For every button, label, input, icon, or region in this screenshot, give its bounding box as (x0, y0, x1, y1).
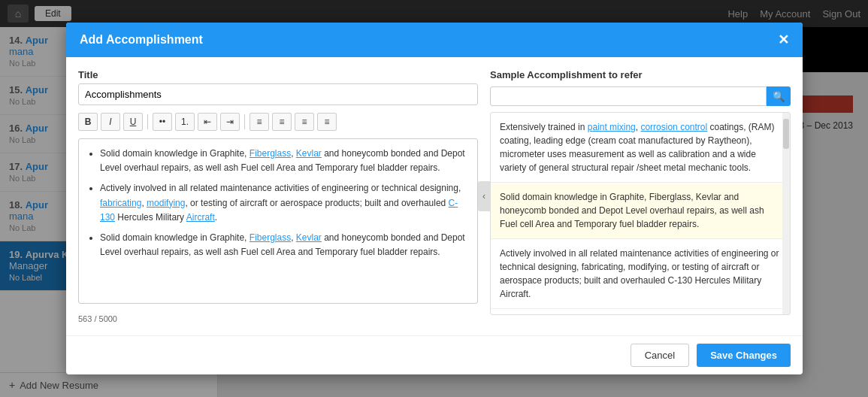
align-right-button[interactable]: ≡ (295, 113, 314, 131)
sample-item-1[interactable]: Extensively trained in paint mixing, cor… (491, 113, 790, 183)
search-icon: 🔍 (773, 91, 785, 102)
modal-left-panel: Title B I U •• 1. ⇤ ⇥ ≡ ≡ ≡ ≡ (78, 69, 478, 323)
sample-item-3[interactable]: Actively involved in all related mainten… (491, 239, 790, 309)
modal-footer: Cancel Save Changes (66, 335, 803, 374)
sample-search-wrap: 🔍 (490, 86, 791, 106)
underline-button[interactable]: U (123, 113, 143, 131)
sample-item-4[interactable]: Designed and implemented a system suppor… (491, 309, 790, 315)
cancel-button[interactable]: Cancel (631, 344, 689, 367)
modal-title: Add Accomplishment (80, 33, 203, 47)
numbered-list-button[interactable]: 1. (175, 113, 195, 131)
title-field-group: Title (78, 69, 478, 105)
modal-header: Add Accomplishment ✕ (66, 23, 803, 57)
sample-search-input[interactable] (490, 86, 767, 106)
sample-header: Sample Accomplishment to refer (490, 69, 791, 80)
modal-body: Title B I U •• 1. ⇤ ⇥ ≡ ≡ ≡ ≡ (66, 57, 803, 335)
add-accomplishment-modal: Add Accomplishment ✕ Title B I U •• 1. ⇤… (66, 23, 803, 374)
save-button[interactable]: Save Changes (697, 344, 791, 367)
title-field-label: Title (78, 69, 478, 80)
align-left-button[interactable]: ≡ (250, 113, 269, 131)
scrollbar-track[interactable] (782, 113, 790, 314)
indent-button[interactable]: ⇥ (220, 113, 240, 131)
bullet-list-button[interactable]: •• (153, 113, 172, 131)
editor-area[interactable]: Solid domain knowledge in Graphite, Fibe… (78, 138, 478, 304)
toolbar-sep-2 (244, 114, 245, 129)
char-count: 563 / 5000 (78, 314, 478, 323)
toolbar-sep-1 (147, 114, 148, 129)
align-center-button[interactable]: ≡ (272, 113, 292, 131)
outdent-button[interactable]: ⇤ (198, 113, 217, 131)
bold-button[interactable]: B (78, 113, 98, 131)
sample-list[interactable]: Extensively trained in paint mixing, cor… (490, 112, 791, 315)
title-input[interactable] (78, 83, 478, 105)
sample-item-2[interactable]: Solid domain knowledge in Graphite, Fibe… (491, 183, 790, 239)
modal-close-button[interactable]: ✕ (778, 32, 789, 48)
italic-button[interactable]: I (101, 113, 120, 131)
align-justify-button[interactable]: ≡ (317, 113, 337, 131)
sample-search-button[interactable]: 🔍 (767, 86, 791, 106)
collapse-button[interactable]: ‹ (478, 181, 490, 211)
scrollbar-thumb (783, 119, 789, 149)
modal-right-panel: Sample Accomplishment to refer 🔍 ‹ Exten… (490, 69, 791, 323)
editor-toolbar: B I U •• 1. ⇤ ⇥ ≡ ≡ ≡ ≡ (78, 113, 478, 131)
